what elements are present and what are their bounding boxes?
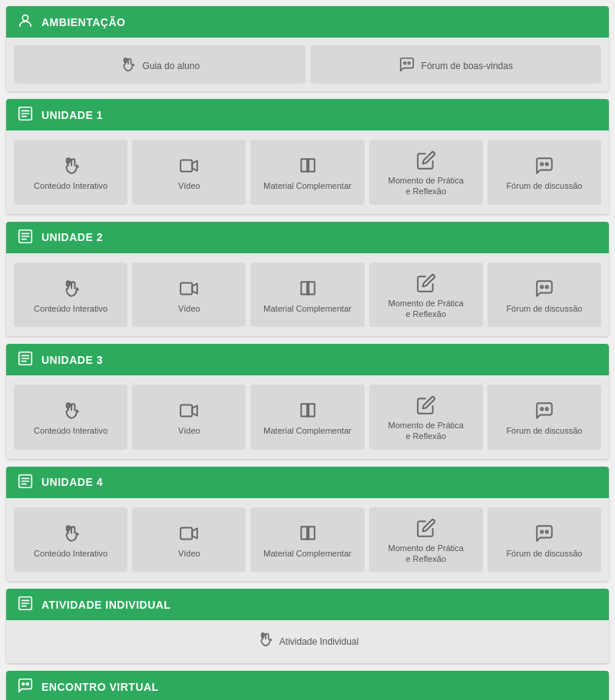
header-icon-unidade4 [17, 473, 34, 492]
item-label-pratica3: Momento de Prática e Reflexão [388, 420, 463, 442]
section-header-unidade3: UNIDADE 3 [6, 344, 609, 375]
item-label-conteudo1: Conteúdo Interativo [34, 180, 107, 191]
section-body-unidade3: Conteúdo Interativo Vídeo Material Compl… [6, 375, 609, 459]
section-unidade1: UNIDADE 1 Conteúdo Interativo Vídeo Mate… [6, 99, 609, 214]
item-atividade-ind[interactable]: Atividade Individual [256, 631, 359, 652]
item-icon-material4 [298, 523, 318, 543]
section-header-atividade: ATIVIDADE INDIVIDUAL [6, 589, 609, 620]
item-forum1[interactable]: Fórum de discussão [488, 140, 601, 205]
item-material3[interactable]: Material Complementar [250, 385, 364, 450]
item-label-pratica2: Momento de Prática e Reflexão [388, 298, 463, 320]
section-title-unidade2: UNIDADE 2 [41, 231, 103, 243]
item-label-forum2: Fórum de discussão [506, 303, 582, 314]
header-icon-unidade2 [17, 228, 34, 247]
item-icon-material2 [298, 279, 318, 299]
item-pratica1[interactable]: Momento de Prática e Reflexão [369, 140, 483, 205]
section-header-ambientacao: AMBIENTAÇÃO [6, 6, 609, 38]
item-icon-video4 [179, 523, 199, 543]
item-icon-conteudo4 [61, 523, 81, 543]
item-guia[interactable]: Guia do aluno [14, 45, 306, 84]
section-title-ambientacao: AMBIENTAÇÃO [41, 16, 125, 28]
item-icon-pratica4 [416, 518, 436, 538]
item-label-forum1: Fórum de discussão [506, 180, 582, 191]
item-label-video4: Vídeo [178, 548, 200, 559]
item-icon-forum1 [534, 156, 554, 176]
item-label-forum-boas-vindas: Fórum de boas-vindas [422, 61, 513, 71]
header-icon-atividade [17, 595, 34, 614]
section-header-unidade2: UNIDADE 2 [6, 222, 609, 253]
item-icon-video2 [179, 279, 199, 299]
item-pratica4[interactable]: Momento de Prática e Reflexão [369, 507, 483, 573]
item-material1[interactable]: Material Complementar [250, 140, 364, 205]
item-icon-conteudo3 [61, 401, 81, 421]
item-conteudo2[interactable]: Conteúdo Interativo [14, 262, 127, 328]
section-title-encontro: ENCONTRO VIRTUAL [41, 681, 159, 693]
item-video3[interactable]: Vídeo [132, 385, 246, 450]
section-unidade4: UNIDADE 4 Conteúdo Interativo Vídeo Mate… [6, 467, 609, 582]
section-atividade: ATIVIDADE INDIVIDUAL Atividade Individua… [6, 589, 609, 663]
item-icon-forum-boas-vindas [398, 56, 415, 76]
item-video4[interactable]: Vídeo [132, 507, 246, 573]
item-label-conteudo2: Conteúdo Interativo [34, 303, 107, 314]
item-icon-material1 [298, 156, 318, 176]
item-label-forum4: Fórum de discussão [506, 548, 582, 559]
item-label-material2: Material Complementar [263, 303, 351, 314]
section-body-unidade4: Conteúdo Interativo Vídeo Material Compl… [6, 498, 609, 582]
item-label-conteudo3: Conteúdo Interativo [34, 425, 107, 436]
item-label-material4: Material Complementar [263, 548, 351, 559]
section-unidade2: UNIDADE 2 Conteúdo Interativo Vídeo Mate… [6, 222, 609, 337]
section-header-encontro: ENCONTRO VIRTUAL [6, 671, 609, 700]
item-forum4[interactable]: Fórum de discussão [488, 507, 601, 573]
item-label-material3: Material Complementar [263, 425, 351, 436]
app-container: AMBIENTAÇÃO Guia do aluno Fórum de boas-… [6, 6, 609, 700]
item-icon-material3 [298, 401, 318, 421]
item-icon-guia [119, 56, 136, 76]
item-video2[interactable]: Vídeo [132, 262, 246, 328]
section-header-unidade1: UNIDADE 1 [6, 99, 609, 130]
item-forum3[interactable]: Fórum de discussão [488, 385, 601, 450]
item-pratica3[interactable]: Momento de Prática e Reflexão [369, 385, 483, 450]
item-label-pratica1: Momento de Prática e Reflexão [388, 175, 463, 197]
section-header-unidade4: UNIDADE 4 [6, 467, 609, 498]
item-icon-forum2 [534, 279, 554, 299]
section-title-unidade1: UNIDADE 1 [41, 109, 103, 121]
item-label-guia: Guia do aluno [142, 61, 200, 71]
item-forum-boas-vindas[interactable]: Fórum de boas-vindas [310, 45, 602, 84]
item-material4[interactable]: Material Complementar [250, 507, 364, 573]
item-video1[interactable]: Vídeo [132, 140, 246, 205]
item-icon-pratica3 [416, 395, 436, 415]
item-icon-video1 [179, 156, 199, 176]
item-icon-forum3 [534, 401, 554, 421]
item-label-conteudo4: Conteúdo Interativo [34, 548, 107, 559]
item-label-video1: Vídeo [178, 180, 200, 191]
header-icon-unidade3 [17, 350, 34, 369]
section-title-atividade: ATIVIDADE INDIVIDUAL [41, 599, 170, 611]
section-body-unidade2: Conteúdo Interativo Vídeo Material Compl… [6, 253, 609, 337]
section-body-unidade1: Conteúdo Interativo Vídeo Material Compl… [6, 130, 609, 214]
item-icon-pratica2 [416, 273, 436, 293]
item-label-forum3: Fórum de discussão [506, 425, 582, 436]
item-label-atividade-ind: Atividade Individual [279, 636, 359, 647]
section-body-atividade: Atividade Individual [6, 620, 609, 663]
item-label-pratica4: Momento de Prática e Reflexão [388, 543, 463, 565]
item-icon-atividade-ind [256, 631, 273, 652]
section-body-ambientacao: Guia do aluno Fórum de boas-vindas [6, 38, 609, 91]
item-pratica2[interactable]: Momento de Prática e Reflexão [369, 262, 483, 328]
item-icon-forum4 [534, 523, 554, 543]
item-icon-pratica1 [416, 150, 436, 170]
item-conteudo3[interactable]: Conteúdo Interativo [14, 385, 127, 450]
section-title-unidade4: UNIDADE 4 [41, 476, 103, 488]
section-unidade3: UNIDADE 3 Conteúdo Interativo Vídeo Mate… [6, 344, 609, 459]
item-label-material1: Material Complementar [263, 180, 351, 191]
item-forum2[interactable]: Fórum de discussão [488, 262, 601, 328]
item-icon-conteudo2 [61, 279, 81, 299]
section-ambientacao: AMBIENTAÇÃO Guia do aluno Fórum de boas-… [6, 6, 609, 91]
header-icon-encontro [17, 677, 34, 696]
item-conteudo1[interactable]: Conteúdo Interativo [14, 140, 127, 205]
item-label-video3: Vídeo [178, 425, 200, 436]
item-material2[interactable]: Material Complementar [250, 262, 364, 328]
header-icon-ambientacao [17, 12, 34, 31]
item-conteudo4[interactable]: Conteúdo Interativo [14, 507, 127, 573]
section-title-unidade3: UNIDADE 3 [41, 354, 103, 366]
item-label-video2: Vídeo [178, 303, 200, 314]
